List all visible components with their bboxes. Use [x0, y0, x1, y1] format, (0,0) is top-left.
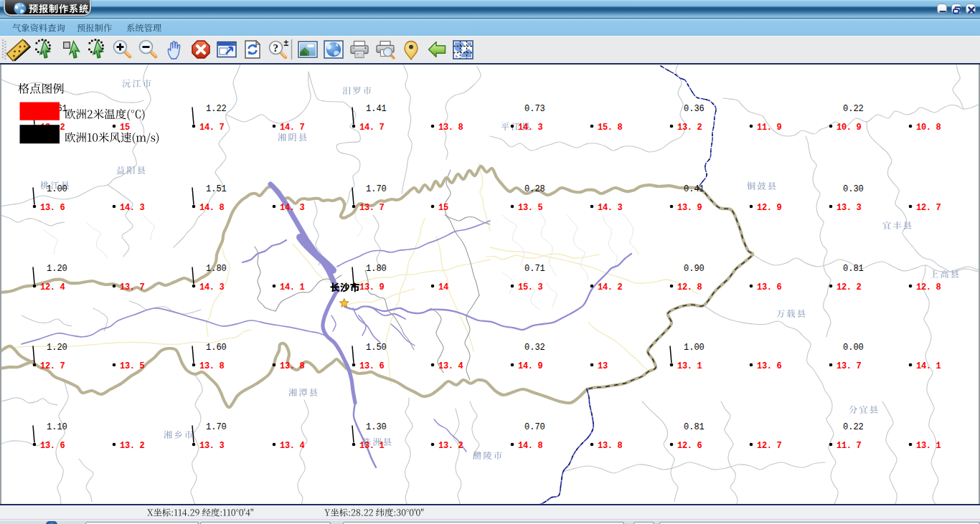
svg-text:13. 8: 13. 8 — [438, 123, 463, 133]
svg-text:12. 7: 12. 7 — [757, 441, 782, 451]
svg-text:0.71: 0.71 — [524, 264, 545, 274]
svg-text:14. 9: 14. 9 — [518, 361, 543, 371]
svg-text:14. 2: 14. 2 — [598, 282, 623, 292]
svg-text:1.60: 1.60 — [206, 343, 227, 353]
svg-text:1.80: 1.80 — [206, 264, 227, 274]
svg-text:0.22: 0.22 — [843, 104, 864, 114]
svg-text:13. 5: 13. 5 — [120, 361, 145, 371]
svg-text:12. 9: 12. 9 — [757, 203, 782, 213]
svg-text:13. 3: 13. 3 — [837, 203, 862, 213]
svg-text:0.90: 0.90 — [684, 264, 705, 274]
svg-text:1.00: 1.00 — [684, 343, 705, 353]
svg-text:12. 8: 12. 8 — [916, 282, 941, 292]
svg-text:13. 6: 13. 6 — [757, 361, 782, 371]
svg-text:1.70: 1.70 — [366, 184, 387, 194]
svg-text:13. 9: 13. 9 — [359, 282, 385, 292]
svg-text:13. 6: 13. 6 — [40, 203, 65, 213]
svg-text:14. 8: 14. 8 — [199, 203, 225, 213]
svg-text:14. 7: 14. 7 — [199, 123, 225, 133]
svg-text:15: 15 — [120, 123, 130, 133]
svg-text:0.81: 0.81 — [843, 264, 864, 274]
svg-text:12. 2: 12. 2 — [837, 282, 862, 292]
svg-text:0.41: 0.41 — [684, 184, 705, 194]
svg-text:1.10: 1.10 — [47, 422, 67, 432]
svg-text:13. 1: 13. 1 — [359, 441, 385, 451]
svg-text:12. 4: 12. 4 — [40, 282, 65, 292]
svg-text:1.00: 1.00 — [47, 184, 67, 194]
svg-text:0.32: 0.32 — [524, 343, 545, 353]
svg-text:1.80: 1.80 — [366, 264, 387, 274]
svg-text:12. 8: 12. 8 — [677, 282, 702, 292]
svg-text:13. 9: 13. 9 — [677, 203, 702, 213]
svg-text:12. 7: 12. 7 — [916, 203, 941, 213]
svg-text:10. 8: 10. 8 — [916, 123, 941, 133]
svg-text:14. 1: 14. 1 — [916, 361, 941, 371]
svg-text:1.51: 1.51 — [206, 184, 227, 194]
svg-text:14. 7: 14. 7 — [280, 123, 305, 133]
svg-text:1.41: 1.41 — [366, 104, 387, 114]
svg-text:11. 7: 11. 7 — [837, 441, 862, 451]
svg-text:14. 3: 14. 3 — [120, 203, 145, 213]
svg-text:13. 2: 13. 2 — [120, 441, 145, 451]
svg-text:13. 2: 13. 2 — [677, 123, 702, 133]
svg-text:10. 9: 10. 9 — [837, 123, 862, 133]
svg-text:?: ? — [273, 42, 279, 54]
svg-text:14. 7: 14. 7 — [359, 123, 385, 133]
svg-text:14: 14 — [438, 282, 448, 292]
svg-text:13. 4: 13. 4 — [280, 441, 305, 451]
svg-text:13. 6: 13. 6 — [757, 282, 782, 292]
svg-text:13. 1: 13. 1 — [677, 361, 702, 371]
svg-text:0.36: 0.36 — [684, 104, 705, 114]
svg-text:13. 7: 13. 7 — [120, 282, 145, 292]
svg-text:0.81: 0.81 — [684, 422, 705, 432]
svg-text:13. 6: 13. 6 — [359, 361, 385, 371]
svg-text:13. 7: 13. 7 — [837, 361, 862, 371]
svg-text:13. 3: 13. 3 — [199, 441, 225, 451]
svg-text:0.00: 0.00 — [843, 343, 864, 353]
svg-text:1.22: 1.22 — [206, 104, 227, 114]
svg-text:0.70: 0.70 — [524, 422, 545, 432]
svg-text:14. 3: 14. 3 — [199, 282, 225, 292]
svg-text:15. 8: 15. 8 — [598, 123, 623, 133]
svg-text:14. 3: 14. 3 — [280, 203, 305, 213]
svg-text:11. 9: 11. 9 — [757, 123, 782, 133]
svg-text:13: 13 — [598, 361, 608, 371]
svg-text:±: ± — [284, 38, 289, 48]
svg-text:12. 7: 12. 7 — [40, 361, 65, 371]
svg-text:1.70: 1.70 — [206, 422, 227, 432]
svg-text:0.28: 0.28 — [524, 184, 545, 194]
svg-text:1.50: 1.50 — [366, 343, 387, 353]
svg-text:13. 5: 13. 5 — [518, 203, 543, 213]
svg-text:14. 1: 14. 1 — [280, 282, 305, 292]
svg-text:13. 8: 13. 8 — [199, 361, 225, 371]
svg-text:15: 15 — [438, 203, 448, 213]
svg-text:13. 8: 13. 8 — [280, 361, 305, 371]
svg-text:13. 2: 13. 2 — [438, 441, 463, 451]
svg-text:14. 8: 14. 8 — [518, 441, 543, 451]
svg-text:13. 8: 13. 8 — [598, 441, 623, 451]
svg-text:15. 3: 15. 3 — [518, 282, 543, 292]
svg-text:13. 7: 13. 7 — [359, 203, 385, 213]
svg-text:1.20: 1.20 — [47, 343, 67, 353]
svg-text:13. 4: 13. 4 — [438, 361, 463, 371]
svg-text:13. 1: 13. 1 — [916, 441, 941, 451]
svg-text:13. 6: 13. 6 — [40, 441, 65, 451]
svg-text:0.73: 0.73 — [524, 104, 545, 114]
svg-text:14. 3: 14. 3 — [598, 203, 623, 213]
svg-text:14. 3: 14. 3 — [518, 123, 543, 133]
svg-text:1.20: 1.20 — [47, 264, 67, 274]
svg-text:12. 6: 12. 6 — [677, 441, 702, 451]
svg-text:1.30: 1.30 — [366, 422, 387, 432]
svg-text:0.30: 0.30 — [843, 184, 864, 194]
svg-text:0.22: 0.22 — [843, 422, 864, 432]
